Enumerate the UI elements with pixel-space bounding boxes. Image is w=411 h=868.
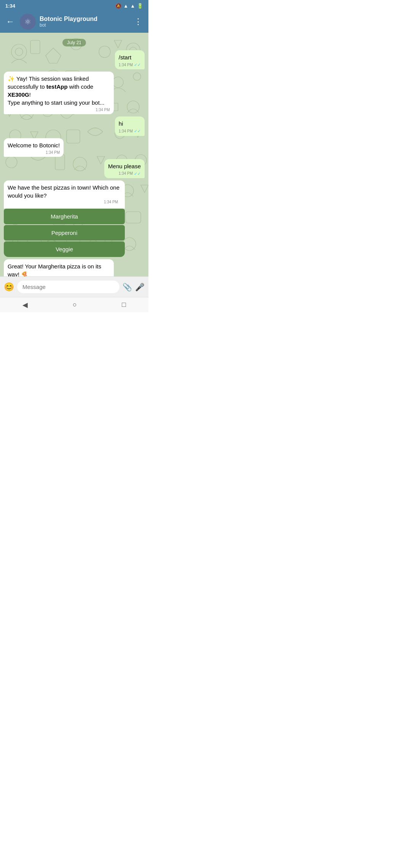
status-time: 1:34 bbox=[5, 3, 15, 9]
read-tick: ✓✓ bbox=[134, 171, 141, 177]
message-text: /start bbox=[119, 54, 131, 61]
date-divider: July 21 bbox=[62, 39, 86, 46]
avatar-icon: ⚛ bbox=[24, 17, 31, 26]
bubble-meta: 1:34 PM bbox=[8, 199, 121, 206]
nav-home-button[interactable]: ○ bbox=[73, 301, 77, 309]
message-bubble-outgoing: hi 1:34 PM ✓✓ bbox=[115, 116, 145, 136]
wifi-icon: ▲ bbox=[123, 3, 128, 9]
pizza-option-veggie[interactable]: Veggie bbox=[4, 241, 125, 257]
message-time: 1:34 PM bbox=[46, 150, 60, 155]
message-text: We have the best pizzas in town! Which o… bbox=[8, 184, 119, 199]
message-text: Great! Your Margherita pizza is on its w… bbox=[8, 263, 101, 276]
input-bar: 😊 📎 🎤 bbox=[0, 276, 148, 297]
message-row: Menu please 1:34 PM ✓✓ bbox=[4, 159, 145, 178]
status-icons: 🔕 ▲ ▲ 🔋 bbox=[115, 3, 143, 9]
status-bar: 1:34 🔕 ▲ ▲ 🔋 bbox=[0, 0, 148, 11]
message-text: ✨ Yay! This session was linked successfu… bbox=[8, 75, 104, 106]
battery-icon: 🔋 bbox=[137, 3, 143, 9]
message-time: 1:34 PM bbox=[119, 62, 133, 68]
message-time: 1:34 PM bbox=[119, 171, 133, 176]
message-bubble-incoming: Welcome to Botonic! 1:34 PM bbox=[4, 138, 64, 157]
message-bubble-incoming: We have the best pizzas in town! Which o… bbox=[4, 180, 125, 209]
message-row: /start 1:34 PM ✓✓ bbox=[4, 50, 145, 69]
nav-recent-button[interactable]: □ bbox=[122, 301, 126, 309]
message-time: 1:34 PM bbox=[119, 129, 133, 134]
message-text: Welcome to Botonic! bbox=[8, 142, 60, 148]
message-row: Great! Your Margherita pizza is on its w… bbox=[4, 259, 145, 276]
pizza-option-margherita[interactable]: Margherita bbox=[4, 209, 125, 224]
chat-messages: July 21 /start 1:34 PM ✓✓ ✨ Yay! This se… bbox=[0, 33, 148, 276]
nav-bar: ◀ ○ □ bbox=[0, 297, 148, 312]
bubble-meta: 1:34 PM ✓✓ bbox=[108, 171, 141, 177]
message-bubble-incoming: ✨ Yay! This session was linked successfu… bbox=[4, 72, 114, 114]
chat-info: Botonic Playground bot bbox=[40, 16, 129, 28]
message-input[interactable] bbox=[17, 281, 119, 293]
chat-name: Botonic Playground bbox=[40, 16, 129, 22]
message-row: ✨ Yay! This session was linked successfu… bbox=[4, 72, 145, 114]
message-text: hi bbox=[119, 120, 123, 127]
app-bar: ← ⚛ Botonic Playground bot ⋮ bbox=[0, 11, 148, 33]
pizza-buttons-block: Margherita Pepperoni Veggie bbox=[4, 209, 125, 257]
read-tick: ✓✓ bbox=[134, 128, 141, 134]
attach-button[interactable]: 📎 bbox=[123, 282, 132, 292]
message-time: 1:34 PM bbox=[104, 199, 118, 205]
message-row: hi 1:34 PM ✓✓ bbox=[4, 116, 145, 136]
emoji-button[interactable]: 😊 bbox=[4, 282, 14, 292]
avatar: ⚛ bbox=[20, 14, 36, 30]
bubble-meta: 1:34 PM bbox=[8, 150, 60, 155]
message-bubble-incoming: Great! Your Margherita pizza is on its w… bbox=[4, 259, 114, 276]
message-text: Menu please bbox=[108, 163, 141, 169]
signal-icon: ▲ bbox=[130, 3, 135, 9]
message-row: We have the best pizzas in town! Which o… bbox=[4, 180, 145, 257]
message-row: Welcome to Botonic! 1:34 PM bbox=[4, 138, 145, 157]
read-tick: ✓✓ bbox=[134, 62, 141, 68]
pizza-message-container: We have the best pizzas in town! Which o… bbox=[4, 180, 125, 257]
back-button[interactable]: ← bbox=[5, 15, 16, 28]
bubble-meta: 1:34 PM ✓✓ bbox=[119, 62, 141, 68]
message-bubble-outgoing: /start 1:34 PM ✓✓ bbox=[115, 50, 145, 69]
bubble-meta: 1:34 PM bbox=[8, 107, 110, 113]
mic-button[interactable]: 🎤 bbox=[135, 282, 145, 292]
more-button[interactable]: ⋮ bbox=[132, 15, 144, 28]
pizza-option-pepperoni[interactable]: Pepperoni bbox=[4, 225, 125, 241]
message-time: 1:34 PM bbox=[96, 107, 110, 113]
message-bubble-outgoing: Menu please 1:34 PM ✓✓ bbox=[104, 159, 145, 178]
notification-icon: 🔕 bbox=[115, 3, 121, 9]
nav-back-button[interactable]: ◀ bbox=[22, 301, 28, 309]
chat-status: bot bbox=[40, 22, 129, 28]
bubble-meta: 1:34 PM ✓✓ bbox=[119, 128, 141, 134]
chat-area: July 21 /start 1:34 PM ✓✓ ✨ Yay! This se… bbox=[0, 33, 148, 276]
